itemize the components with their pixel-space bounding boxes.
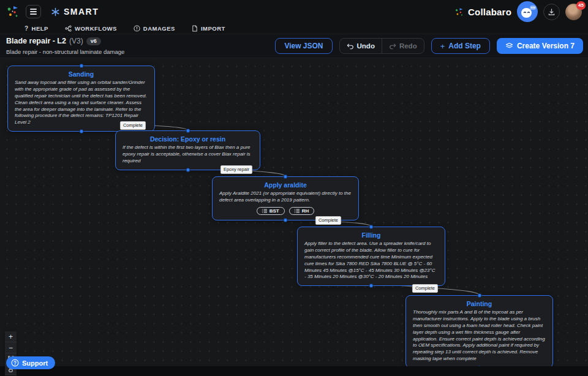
brand-name: SMART: [64, 7, 99, 17]
collabaro-brand: Collabaro: [454, 7, 511, 17]
top-bar: SMART Collabaro: [0, 0, 588, 23]
plus-icon: +: [440, 42, 445, 50]
help-icon: ?: [24, 25, 29, 32]
nav-item-damages[interactable]: DAMAGES: [134, 25, 175, 32]
undo-redo-group: Undo Redo: [339, 38, 424, 54]
collabaro-logo-icon: [454, 7, 465, 17]
support-button[interactable]: Support: [6, 356, 55, 369]
edge-label-complete-2: Complete: [315, 216, 341, 225]
download-icon: [548, 8, 556, 16]
node-handle-top[interactable]: [79, 64, 83, 68]
list-icon: [295, 209, 300, 213]
edge-label-complete-3: Complete: [412, 284, 438, 293]
snowflake-icon: [51, 7, 60, 17]
node-body: Apply filler to the defect area. Use a s…: [304, 241, 438, 280]
node-title: Decision: Epoxy or resin: [123, 135, 253, 143]
node-title: Filling: [304, 231, 438, 239]
chat-face-icon: [517, 1, 538, 22]
version-badge: v6: [86, 37, 101, 45]
add-step-button[interactable]: + Add Step: [431, 38, 490, 54]
nav-item-help[interactable]: ? HELP: [24, 25, 48, 32]
edge-label-epoxy-repair: Epoxy repair: [221, 165, 252, 174]
undo-button[interactable]: Undo: [340, 39, 382, 53]
node-handle-top[interactable]: [477, 293, 481, 298]
app-window: SMART Collabaro: [0, 0, 588, 376]
workflow-subtitle: Blade repair - non-structural laminate d…: [6, 48, 124, 55]
node-handle-top[interactable]: [284, 175, 288, 179]
alert-circle-icon: [134, 25, 140, 32]
workflow-header: Blade repair - L2 (V3) v6 Blade repair -…: [0, 34, 588, 58]
workflow-node-filling[interactable]: Filling Apply filler to the defect area.…: [297, 227, 445, 286]
menu-button[interactable]: [26, 5, 41, 18]
nav-item-workflows[interactable]: WORKFLOWS: [65, 25, 117, 32]
node-body: Sand away topcoat and filler using an or…: [15, 80, 148, 126]
app-logo-icon: [6, 4, 21, 19]
undo-icon: [347, 43, 354, 50]
node-body: Apply Araldite 2021 (or appropriate equi…: [219, 190, 352, 204]
workflow-title: Blade repair - L2: [6, 37, 66, 45]
user-avatar[interactable]: 45: [565, 4, 582, 20]
node-body: Thoroughly mix parts A and B of the topc…: [413, 309, 546, 363]
badge-bst[interactable]: BST: [257, 207, 285, 215]
redo-icon: [389, 43, 396, 50]
node-body: If the defect is within the first two la…: [123, 145, 253, 165]
layers-icon: [505, 42, 513, 50]
workflow-node-painting[interactable]: Painting Thoroughly mix parts A and B of…: [405, 295, 553, 366]
workflow-node-apply-araldite[interactable]: Apply araldite Apply Araldite 2021 (or a…: [212, 176, 359, 220]
download-button[interactable]: [543, 4, 560, 20]
flow-canvas[interactable]: Sanding Sand away topcoat and filler usi…: [0, 58, 588, 366]
workflow-node-decision[interactable]: Decision: Epoxy or resin If the defect i…: [115, 130, 260, 170]
zoom-in-button[interactable]: +: [5, 331, 17, 342]
node-title: Painting: [413, 300, 546, 307]
create-version-button[interactable]: Create Version 7: [497, 38, 583, 54]
workflow-title-version: (V3): [69, 37, 83, 45]
collabaro-name: Collabaro: [468, 7, 511, 17]
node-handle-top[interactable]: [186, 129, 190, 133]
list-icon: [262, 209, 267, 213]
node-handle-bottom[interactable]: [284, 218, 288, 222]
redo-button[interactable]: Redo: [382, 39, 424, 53]
node-handle-top[interactable]: [369, 225, 374, 229]
edge-label-complete-1: Complete: [120, 121, 146, 130]
zoom-out-button[interactable]: −: [5, 342, 17, 353]
node-badges: BST RH: [219, 207, 352, 215]
node-title: Apply araldite: [219, 181, 352, 189]
node-handle-bottom[interactable]: [79, 129, 83, 133]
badge-rh[interactable]: RH: [289, 207, 315, 215]
workflow-branch-icon: [65, 25, 72, 32]
node-handle-bottom[interactable]: [186, 168, 190, 172]
assistant-chat-avatar[interactable]: [517, 1, 538, 22]
main-nav: ? HELP WORKFLOWS DAMAGES: [0, 23, 588, 34]
notification-badge: 45: [576, 1, 586, 10]
node-handle-bottom[interactable]: [369, 284, 374, 288]
node-title: Sanding: [15, 70, 148, 78]
file-import-icon: [192, 25, 198, 32]
brand[interactable]: SMART: [51, 7, 99, 17]
view-json-button[interactable]: View JSON: [275, 38, 332, 54]
question-circle-icon: [11, 359, 19, 367]
bottom-strip: [0, 366, 588, 376]
nav-item-import[interactable]: IMPORT: [192, 25, 225, 32]
